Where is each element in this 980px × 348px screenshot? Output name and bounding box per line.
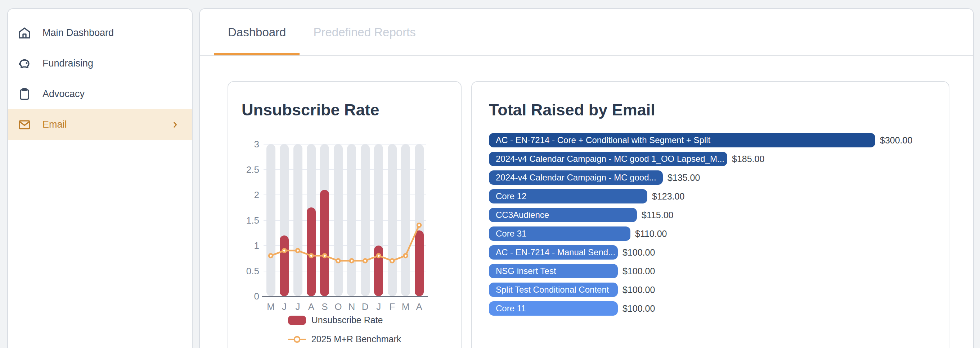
email-bar-row: NSG insert Test $100.00 — [489, 264, 938, 278]
email-bar-value: $100.00 — [622, 247, 655, 258]
legend-item-unsubscribe-rate[interactable]: Unsubscribe Rate — [288, 315, 383, 325]
email-bar[interactable]: Core 11 — [489, 301, 618, 316]
piggy-bank-icon — [17, 57, 32, 71]
sidebar-item-label: Fundraising — [43, 58, 93, 69]
sidebar-item-label: Main Dashboard — [43, 27, 114, 38]
legend-label: 2025 M+R Benchmark — [312, 334, 401, 345]
tab-predefined-reports[interactable]: Predefined Reports — [299, 9, 429, 55]
email-bar-value: $110.00 — [635, 229, 667, 239]
benchmark-point[interactable] — [363, 259, 367, 263]
email-bar[interactable]: Split Test Conditional Content — [489, 283, 618, 297]
email-bar-value: $100.00 — [622, 266, 655, 277]
sidebar-item-fundraising[interactable]: Fundraising — [8, 48, 192, 79]
x-axis-label: O — [332, 301, 345, 312]
unsubscribe-chart-plot: 00.511.522.53MJJASONDJFMA — [264, 144, 426, 296]
legend-item-benchmark[interactable]: 2025 M+R Benchmark — [288, 334, 401, 345]
benchmark-point[interactable] — [404, 254, 407, 258]
benchmark-point[interactable] — [296, 249, 299, 252]
chart-legend: Unsubscribe Rate 2025 M+R Benchmark — [288, 315, 401, 345]
tab-bar: DashboardPredefined Reports — [200, 9, 973, 56]
email-bar-value: $185.00 — [732, 154, 764, 164]
email-bar-value: $115.00 — [641, 210, 674, 220]
legend-swatch — [288, 316, 306, 325]
email-bar-value: $300.00 — [880, 135, 912, 146]
chevron-right-icon — [170, 120, 180, 130]
benchmark-point[interactable] — [350, 259, 353, 263]
x-axis-label: A — [413, 301, 426, 312]
legend-label: Unsubscribe Rate — [312, 315, 383, 325]
email-bar-row: Core 11 $100.00 — [489, 301, 938, 316]
card-title-unsubscribe-rate: Unsubscribe Rate — [242, 101, 379, 119]
unsubscribe-rate-card: Unsubscribe Rate 00.511.522.53MJJASONDJF… — [228, 81, 461, 348]
sidebar-item-advocacy[interactable]: Advocacy — [8, 79, 192, 109]
app-root: Main DashboardFundraisingAdvocacyEmail D… — [0, 0, 980, 348]
legend-line-marker — [288, 335, 306, 344]
benchmark-line — [264, 144, 426, 296]
envelope-icon — [17, 117, 32, 132]
home-icon — [17, 26, 32, 40]
email-bar-row: 2024-v4 Calendar Campaign - MC good... $… — [489, 171, 938, 185]
clipboard-icon — [17, 87, 32, 101]
email-bar[interactable]: AC - EN-7214 - Core + Conditional with S… — [489, 133, 875, 147]
y-axis-label: 0 — [231, 291, 259, 301]
y-axis-label: 1 — [231, 241, 259, 250]
email-bar[interactable]: Core 12 — [489, 189, 648, 204]
y-axis-label: 2 — [231, 190, 259, 199]
sidebar-item-email[interactable]: Email — [8, 109, 192, 140]
email-bar-row: AC - EN-7214 - Core + Conditional with S… — [489, 133, 938, 147]
email-bar-value: $135.00 — [668, 172, 700, 183]
x-axis-label: M — [399, 301, 412, 312]
x-axis-label: D — [359, 301, 372, 312]
email-bar-row: 2024-v4 Calendar Campaign - MC good 1_OO… — [489, 152, 938, 166]
benchmark-point[interactable] — [336, 259, 340, 263]
benchmark-point[interactable] — [417, 224, 421, 227]
sidebar-nav: Main DashboardFundraisingAdvocacyEmail — [8, 9, 192, 140]
y-axis-label: 3 — [231, 139, 259, 149]
y-axis-label: 0.5 — [231, 266, 259, 276]
sidebar-item-label: Email — [43, 119, 67, 130]
y-axis-label: 2.5 — [231, 165, 259, 174]
total-raised-card: Total Raised by Email AC - EN-7214 - Cor… — [471, 81, 950, 348]
y-axis-label: 1.5 — [231, 216, 259, 225]
benchmark-point[interactable] — [309, 254, 313, 258]
email-bar-row: AC - EN-7214 - Manual Send... $100.00 — [489, 245, 938, 259]
x-axis-label: M — [264, 301, 278, 312]
email-bars-list: AC - EN-7214 - Core + Conditional with S… — [489, 133, 938, 320]
sidebar-item-main-dashboard[interactable]: Main Dashboard — [8, 17, 192, 48]
email-bar-value: $123.00 — [652, 191, 684, 202]
benchmark-point[interactable] — [390, 259, 394, 263]
sidebar: Main DashboardFundraisingAdvocacyEmail — [7, 8, 192, 348]
email-bar-value: $100.00 — [622, 285, 655, 295]
tab-dashboard[interactable]: Dashboard — [214, 9, 299, 55]
email-bar-value: $100.00 — [622, 304, 655, 314]
x-axis-label: F — [386, 301, 399, 312]
email-bar[interactable]: NSG insert Test — [489, 264, 618, 278]
card-title-total-raised: Total Raised by Email — [489, 101, 655, 119]
benchmark-point[interactable] — [323, 254, 326, 258]
email-bar[interactable]: CC3Audience — [489, 208, 637, 222]
x-axis-label: J — [278, 301, 291, 312]
email-bar[interactable]: 2024-v4 Calendar Campaign - MC good... — [489, 171, 663, 185]
x-axis-label: J — [372, 301, 385, 312]
x-axis-label: A — [305, 301, 318, 312]
sidebar-item-label: Advocacy — [43, 89, 84, 100]
email-bar-row: CC3Audience $115.00 — [489, 208, 938, 222]
benchmark-point[interactable] — [283, 249, 286, 252]
email-bar-row: Core 31 $110.00 — [489, 226, 938, 241]
email-bar[interactable]: 2024-v4 Calendar Campaign - MC good 1_OO… — [489, 152, 727, 166]
main-panel: DashboardPredefined Reports Unsubscribe … — [199, 8, 974, 348]
email-bar[interactable]: Core 31 — [489, 226, 630, 241]
benchmark-point[interactable] — [377, 254, 380, 258]
x-axis-label: N — [345, 301, 358, 312]
email-bar-row: Split Test Conditional Content $100.00 — [489, 283, 938, 297]
x-axis-label: J — [291, 301, 305, 312]
email-bar-row: Core 12 $123.00 — [489, 189, 938, 204]
email-bar[interactable]: AC - EN-7214 - Manual Send... — [489, 245, 618, 259]
x-axis-label: S — [318, 301, 331, 312]
benchmark-point[interactable] — [269, 254, 272, 258]
